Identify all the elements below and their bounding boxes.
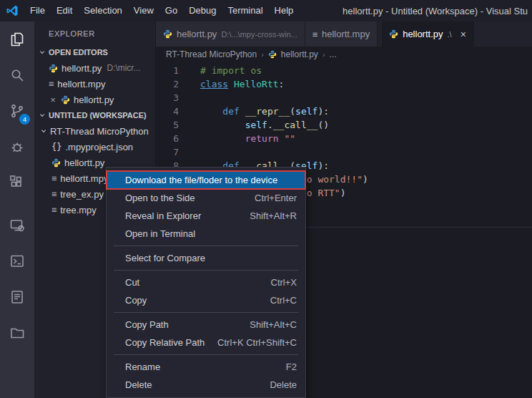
tab-label: hellortt.py [403, 29, 443, 39]
menu-item-label: Select for Compare [125, 253, 205, 263]
code-token: __call__ [273, 120, 318, 130]
menubar-item-debug[interactable]: Debug [183, 0, 222, 21]
chevron-right-icon: › [322, 50, 325, 59]
menubar-item-go[interactable]: Go [159, 0, 183, 21]
close-icon[interactable]: × [49, 94, 57, 105]
tab-hellortt-py-2[interactable]: hellortt.py .\ × [382, 21, 474, 47]
open-editors-label: OPEN EDITORS [49, 48, 108, 57]
breadcrumb-item[interactable]: ... [330, 49, 337, 59]
terminal-icon[interactable] [0, 243, 34, 279]
breadcrumb-item[interactable]: RT-Thread MicroPython [166, 49, 257, 59]
activity-bar: 4 [0, 21, 34, 398]
menu-item-label: Copy Relative Path [125, 337, 205, 348]
menu-item-label: Copy [125, 295, 147, 306]
menubar-item-help[interactable]: Help [269, 0, 300, 21]
extensions-icon[interactable] [0, 165, 34, 200]
open-editor-item[interactable]: × hellortt.py [34, 92, 155, 107]
menubar-item-selection[interactable]: Selection [78, 0, 127, 21]
window-title: hellortt.py - Untitled (Workspace) - Vis… [299, 6, 532, 16]
menu-separator [114, 246, 298, 246]
code-token: __repr__ [245, 106, 290, 117]
open-editor-item[interactable]: hellortt.py D:\micr... [34, 60, 155, 76]
context-menu-item[interactable]: CutCtrl+X [107, 273, 305, 291]
line-number: 6 [156, 132, 179, 145]
code-line[interactable] [200, 145, 532, 159]
file-label: hellortt.mpy [57, 79, 105, 89]
breadcrumb[interactable]: RT-Thread MicroPython › hellortt.py › ..… [156, 47, 532, 62]
file-label: hellortt.mpy [60, 173, 108, 184]
workspace-header[interactable]: UNTITLED (WORKSPACE) [34, 107, 155, 123]
context-menu-item[interactable]: Copy Relative PathCtrl+K Ctrl+Shift+C [107, 334, 305, 351]
menubar-item-edit[interactable]: Edit [51, 0, 78, 21]
context-menu-item[interactable]: Reveal in ExplorerShift+Alt+R [107, 207, 305, 225]
chevron-right-icon: › [261, 50, 264, 59]
workspace-label: UNTITLED (WORKSPACE) [49, 111, 147, 120]
context-menu-item[interactable]: RenameF2 [107, 358, 305, 376]
chevron-down-icon [37, 47, 47, 57]
context-menu-item[interactable]: Select for Compare [107, 249, 305, 267]
line-number: 2 [156, 77, 179, 91]
code-token: class [200, 79, 228, 89]
file-label: hellortt.py [74, 94, 114, 105]
file-row[interactable]: {} .mpyproject.json [34, 139, 155, 155]
python-file-icon [389, 29, 398, 39]
code-token [240, 106, 245, 117]
code-token: : [279, 79, 285, 89]
python-file-icon [61, 95, 70, 105]
explorer-icon[interactable] [0, 21, 34, 57]
code-token [200, 133, 245, 144]
folder-label: RT-Thread MicroPython [50, 126, 149, 137]
file-label: tree_ex.py [60, 189, 104, 200]
open-editors-header[interactable]: OPEN EDITORS [34, 44, 155, 60]
menu-separator [114, 270, 298, 271]
code-line[interactable]: class HelloRtt: [200, 77, 532, 91]
menu-item-shortcut: Ctrl+X [271, 277, 297, 288]
sidebar-title: EXPLORER [34, 21, 155, 44]
folder-row[interactable]: RT-Thread MicroPython [34, 123, 155, 139]
code-token [200, 106, 222, 117]
menu-item-label: Open in Terminal [125, 228, 195, 239]
menu-item-shortcut: Delete [270, 379, 297, 390]
code-line[interactable]: # import os [200, 64, 532, 77]
source-control-icon[interactable]: 4 [0, 93, 34, 129]
close-icon[interactable]: × [460, 29, 466, 40]
menu-separator [114, 312, 298, 313]
breadcrumb-item[interactable]: hellortt.py [281, 49, 318, 59]
output-icon[interactable] [0, 279, 34, 315]
debug-icon[interactable] [0, 129, 34, 165]
menu-item-label: Cut [125, 277, 139, 288]
code-line[interactable]: return "" [200, 132, 532, 145]
python-file-icon [268, 50, 277, 59]
code-line[interactable] [200, 91, 532, 105]
menubar-item-view[interactable]: View [128, 0, 159, 21]
code-line[interactable]: def __repr__(self): [200, 105, 532, 118]
tab-hellortt-py-1[interactable]: hellortt.py D:\...\mpy-cross-win... [156, 21, 305, 47]
menu-item-label: Open to the Side [125, 193, 195, 203]
code-line[interactable]: self.__call__() [200, 118, 532, 132]
menu-item-label: Copy Path [125, 319, 169, 330]
context-menu-item[interactable]: Copy PathShift+Alt+C [107, 316, 305, 334]
tab-hellortt-mpy[interactable]: ≡ hellortt.mpy [305, 21, 378, 47]
remote-device-icon[interactable] [0, 208, 34, 243]
context-menu-item[interactable]: Download the file/floder to the device [107, 171, 305, 189]
open-editor-item[interactable]: ≡ hellortt.mpy [34, 76, 155, 92]
menubar-item-terminal[interactable]: Terminal [222, 0, 268, 21]
code-token: "" [284, 133, 295, 144]
chevron-down-icon [37, 110, 47, 120]
context-menu-item[interactable]: CopyCtrl+C [107, 291, 305, 309]
line-number: 3 [156, 91, 179, 105]
menu-item-shortcut: Ctrl+C [270, 295, 297, 306]
chevron-down-icon [39, 126, 49, 136]
search-icon[interactable] [0, 57, 34, 93]
line-number: 7 [156, 145, 179, 159]
menubar-item-file[interactable]: File [24, 0, 51, 21]
code-token: def [222, 106, 239, 117]
folder-icon[interactable] [0, 315, 34, 351]
context-menu-item[interactable]: Open in Terminal [107, 225, 305, 243]
python-file-icon [163, 29, 172, 39]
title-bar: FileEditSelectionViewGoDebugTerminalHelp… [0, 0, 532, 21]
context-menu-item[interactable]: DeleteDelete [107, 376, 305, 394]
menu-separator [114, 354, 298, 355]
context-menu-item[interactable]: Open to the SideCtrl+Enter [107, 189, 305, 207]
mpy-file-icon: ≡ [49, 79, 54, 89]
